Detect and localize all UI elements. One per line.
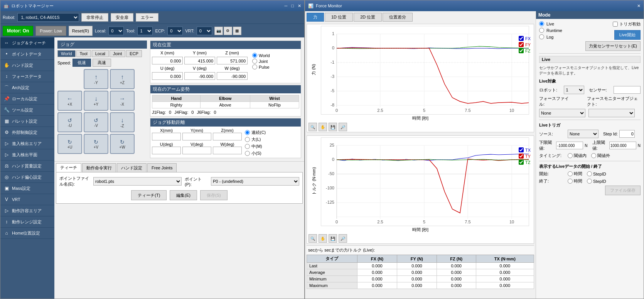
sidebar-item-motion-area[interactable]: ▷ 動作許容エリア (0, 205, 54, 216)
start-time-label[interactable]: 時間 (568, 171, 582, 177)
radio-live[interactable]: Live (539, 21, 562, 26)
outside-radio[interactable] (591, 153, 596, 158)
runtime-radio[interactable] (539, 28, 544, 33)
tool-select[interactable]: 1 (137, 27, 153, 35)
error-button[interactable]: エラー (136, 13, 158, 22)
jog-minus-v-button[interactable]: ↺ -V (84, 112, 108, 132)
tab-hand-settings[interactable]: ハンド設定 (117, 163, 147, 172)
ymm-input[interactable] (182, 133, 211, 140)
force-monitor-obj-select[interactable] (588, 109, 635, 117)
chart-tool-2[interactable]: ✋ (319, 123, 327, 131)
udeg-input[interactable] (152, 147, 181, 154)
jog-plus-u-button[interactable]: ↻ +U (57, 134, 82, 154)
sidebar-item-arch[interactable]: ⌒ Arch設定 (0, 82, 54, 93)
radio-pulse[interactable]: Pulse (252, 64, 270, 69)
live-start-button[interactable]: Live開始 (614, 30, 641, 40)
jog-tab-joint[interactable]: Joint (110, 50, 125, 57)
radio-large[interactable]: 大(L) (245, 137, 266, 142)
sidebar-item-hand-mass[interactable]: ⚖ ハンド質量設定 (0, 160, 54, 172)
fy-checkbox[interactable] (519, 42, 524, 47)
chart-tool-1[interactable]: 🔍 (309, 123, 317, 131)
tab-teach[interactable]: ティーチ (56, 163, 81, 172)
jog-plus-v-button[interactable]: ↻ +V (84, 134, 108, 154)
safety-button[interactable]: 安全扉 (111, 13, 133, 22)
fx-checkbox[interactable] (519, 36, 524, 41)
file-save-button[interactable]: ファイル保存 (605, 186, 641, 195)
reset-button[interactable]: Reset(R) (69, 26, 93, 36)
reset-sensor-button[interactable]: 力覚センサーリセット(E) (585, 41, 641, 51)
robot-select[interactable]: 1, robot1, C4-A601S (17, 13, 79, 22)
zmm-input[interactable] (213, 133, 242, 140)
outside-radio-label[interactable]: 閾値外 (591, 153, 610, 159)
sidebar-item-entry-plane[interactable]: ▷ 進入検出平面 (0, 149, 54, 160)
close-icon[interactable]: ✕ (298, 3, 301, 8)
sensor-form-input[interactable] (614, 86, 641, 94)
radio-runtime[interactable]: Runtime (539, 28, 562, 33)
jog-minus-x-button[interactable]: → -X (110, 91, 135, 111)
fz-checkbox[interactable] (519, 48, 524, 53)
source-select[interactable]: None (568, 130, 598, 138)
radio-continuous[interactable]: 連続(C) (245, 130, 266, 135)
tz-checkbox-label[interactable]: TZ (519, 160, 531, 165)
fx-checkbox-label[interactable]: FX (519, 36, 531, 41)
ty-checkbox-label[interactable]: TY (519, 154, 531, 159)
jog-minus-z-button[interactable]: ↓ -Z (110, 112, 135, 132)
fm-close-icon[interactable]: ✕ (637, 3, 641, 8)
torque-tool-2[interactable]: ✋ (319, 234, 327, 243)
chart-tab-2d[interactable]: 2D 位置 (354, 13, 382, 22)
sidebar-item-hand-eccen[interactable]: ◎ ハンド偏心設定 (0, 172, 54, 183)
radio-small[interactable]: 小(S) (245, 150, 266, 156)
estop-button[interactable]: 非常停止 (81, 13, 108, 22)
jog-tab-local[interactable]: Local (92, 50, 109, 57)
sidebar-item-pallet[interactable]: ▦ パレット設定 (0, 116, 54, 127)
sidebar-item-home[interactable]: ⌂ Home位置設定 (0, 228, 54, 239)
speed-high-button[interactable]: 高速 (93, 59, 111, 67)
inside-radio-label[interactable]: 閾値内 (568, 153, 587, 159)
maximize-icon[interactable]: □ (291, 3, 294, 8)
tx-checkbox-label[interactable]: TX (519, 147, 531, 152)
end-time-radio[interactable] (568, 179, 573, 184)
sidebar-item-mass[interactable]: ▣ Mass設定 (0, 183, 54, 194)
sidebar-item-force[interactable]: ↕ フォースデータ (0, 71, 54, 82)
fz-checkbox-label[interactable]: FZ (519, 48, 531, 53)
lower-limit-input[interactable] (556, 142, 583, 149)
wdeg-input[interactable] (213, 147, 242, 154)
sidebar-item-local[interactable]: 📌 ローカル設定 (0, 93, 54, 105)
start-stepid-label[interactable]: StepID (587, 171, 606, 176)
ty-checkbox[interactable] (519, 154, 524, 159)
ecp-select[interactable]: 0 (167, 27, 183, 35)
tab-motion[interactable]: 動作命令実行 (82, 163, 116, 172)
log-radio[interactable] (539, 34, 544, 39)
teach-button[interactable]: ティーチ(T) (131, 190, 167, 200)
chart-tab-diff[interactable]: 位置差分 (383, 13, 413, 22)
point-select[interactable]: P0 - (undefined) (211, 177, 299, 186)
robot-form-select[interactable]: 1 (564, 86, 584, 94)
settings-icon-button[interactable]: ⚙ (224, 27, 232, 35)
radio-world[interactable]: World (252, 53, 270, 58)
torque-tool-4[interactable]: 🔎 (339, 234, 347, 243)
jog-tab-world[interactable]: World (57, 50, 76, 57)
end-stepid-label[interactable]: StepID (587, 179, 606, 184)
fy-checkbox-label[interactable]: FY (519, 42, 531, 47)
sidebar-item-motion-range[interactable]: ↕ 動作レンジ設定 (0, 216, 54, 228)
vrt-select[interactable]: 0 (197, 27, 212, 35)
vdeg-input[interactable] (182, 147, 211, 154)
sidebar-item-jog[interactable]: ↔ ジョグ＆ティーチ (0, 37, 54, 49)
motor-button[interactable]: Motor: On (3, 26, 33, 36)
minimize-icon[interactable]: ─ (285, 3, 288, 8)
chart-tab-1d[interactable]: 1D 位置 (325, 13, 353, 22)
torque-tool-1[interactable]: 🔍 (309, 234, 317, 243)
edit-button[interactable]: 編集(E) (170, 190, 197, 200)
camera-icon-button[interactable]: 📷 (214, 27, 223, 35)
sidebar-item-entry-area[interactable]: ▷ 進入検出エリア (0, 138, 54, 149)
radio-medium[interactable]: 中(M) (245, 144, 266, 149)
jog-minus-y-button[interactable]: ↑ -Y (84, 69, 108, 89)
inside-radio[interactable] (568, 153, 573, 158)
speed-low-button[interactable]: 低速 (72, 59, 91, 67)
power-button[interactable]: Power: Low (35, 26, 66, 36)
grid-icon-button[interactable]: ▦ (233, 27, 241, 35)
jog-minus-u-button[interactable]: ↺ -U (57, 112, 82, 132)
radio-joint[interactable]: Joint (252, 59, 270, 64)
save-button[interactable]: 保存(S) (200, 190, 228, 200)
start-time-radio[interactable] (568, 171, 573, 176)
